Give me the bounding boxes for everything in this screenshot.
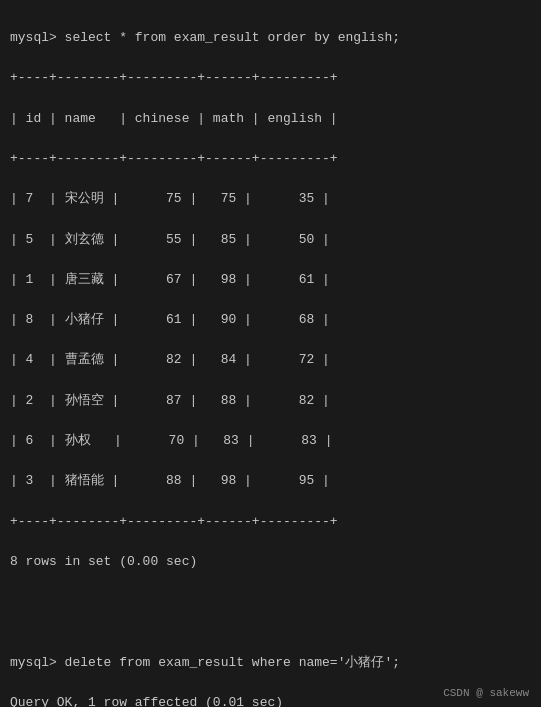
table1-row-4: | 8 | 小猪仔 | 61 | 90 | 68 | <box>10 312 330 327</box>
table1-rowcount: 8 rows in set (0.00 sec) <box>10 554 197 569</box>
footer-text: CSDN @ sakeww <box>443 687 529 699</box>
terminal: mysql> select * from exam_result order b… <box>10 8 531 707</box>
table1-row-3: | 1 | 唐三藏 | 67 | 98 | 61 | <box>10 272 330 287</box>
table1-row-8: | 3 | 猪悟能 | 88 | 98 | 95 | <box>10 473 330 488</box>
table1-border-top: +----+--------+---------+------+--------… <box>10 70 338 85</box>
table1-row-5: | 4 | 曹孟德 | 82 | 84 | 72 | <box>10 352 330 367</box>
cmd-line-1: mysql> select * from exam_result order b… <box>10 30 400 45</box>
table1-row-7: | 6 | 孙权 | 70 | 83 | 83 | <box>10 433 332 448</box>
footer: CSDN @ sakeww <box>443 687 529 699</box>
table1-header: | id | name | chinese | math | english | <box>10 111 338 126</box>
blank1 <box>10 614 18 629</box>
table1-border-mid: +----+--------+---------+------+--------… <box>10 151 338 166</box>
table1-row-6: | 2 | 孙悟空 | 87 | 88 | 82 | <box>10 393 330 408</box>
table1-row-1: | 7 | 宋公明 | 75 | 75 | 35 | <box>10 191 330 206</box>
delete-result: Query OK, 1 row affected (0.01 sec) <box>10 695 283 707</box>
table1-border-bot: +----+--------+---------+------+--------… <box>10 514 338 529</box>
delete-cmd: mysql> delete from exam_result where nam… <box>10 655 400 670</box>
table1-row-2: | 5 | 刘玄德 | 55 | 85 | 50 | <box>10 232 330 247</box>
